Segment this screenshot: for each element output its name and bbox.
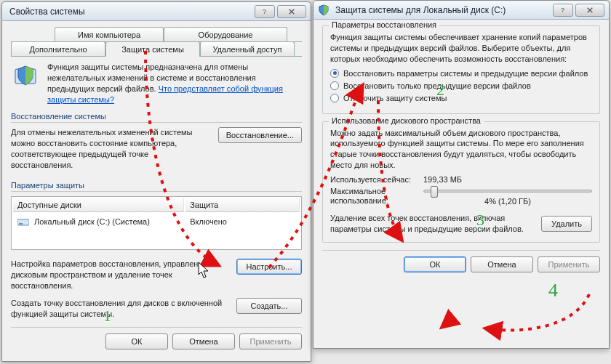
max-usage-label: Максимальное использование: [330,187,418,206]
intro-text: Функция защиты системы предназначена для… [47,62,302,105]
max-usage-slider[interactable] [423,190,592,193]
radio-disable-label: Отключить защиту системы [343,94,447,102]
help-button-2[interactable]: ? [553,4,573,17]
radio-restore-files-label: Восстановить только предыдущие версии фа… [343,81,531,90]
shield-icon [318,4,330,16]
window-title-2: Защита системы для Локальный диск (C:) [332,5,551,15]
radio-row-2[interactable]: Восстановить только предыдущие версии фа… [330,81,592,90]
system-properties-window: Свойства системы ? Имя компьютера Оборуд… [1,1,311,362]
radio-row-3[interactable]: Отключить защиту системы [330,94,592,102]
drive-name: Локальный диск (C:) (Система) [34,217,150,226]
shield-icon [11,62,40,91]
disk-usage-legend: Использование дискового пространства [329,116,484,125]
disk-usage-text: Можно задать максимальный объем дисковог… [330,128,592,171]
window-title: Свойства системы [7,7,252,17]
usage-value: 199,33 МБ [423,175,462,184]
max-usage-value: 4% (1,20 ГБ) [423,197,592,206]
create-button[interactable]: Создать... [236,298,302,314]
cancel-button[interactable]: Отмена [172,333,235,349]
radio-row-1[interactable]: Восстановить параметры системы и предыду… [330,69,592,78]
col-drives[interactable]: Доступные диски [13,198,184,212]
tab-hardware[interactable]: Оборудование [164,27,287,41]
disk-usage-group: Использование дискового пространства Мож… [322,121,600,243]
restore-group-title: Восстановление системы [11,112,302,121]
table-row[interactable]: Локальный диск (C:) (Система) Включено [13,214,300,230]
tab-system-protection[interactable]: Защита системы [105,41,200,57]
tab-strip: Имя компьютера Оборудование Дополнительн… [11,27,302,59]
svg-text:?: ? [263,8,266,15]
slider-thumb[interactable] [431,186,438,198]
tab-computer-name[interactable]: Имя компьютера [55,27,164,41]
apply-button-2[interactable]: Применить [538,256,600,272]
tab-remote[interactable]: Удаленный доступ [200,41,295,56]
titlebar-2: Защита системы для Локальный диск (C:) ? [314,1,609,20]
delete-button[interactable]: Удалить [541,216,592,232]
radio-restore-all-label: Восстановить параметры системы и предыду… [343,69,588,78]
system-protection-dialog: Защита системы для Локальный диск (C:) ?… [313,0,610,349]
radio-restore-all[interactable] [330,69,339,78]
drive-status: Включено [185,214,300,230]
usage-label: Используется сейчас: [330,175,418,184]
cancel-button-2[interactable]: Отмена [471,256,533,272]
create-description: Создать точку восстановления для дисков … [11,298,231,320]
col-protection[interactable]: Защита [185,198,300,212]
drive-icon [17,218,29,227]
configure-description: Настройка параметров восстановления, упр… [11,259,231,291]
restore-settings-text: Функция защиты системы обеспечивает хран… [330,32,592,65]
restore-description: Для отмены нежелательных изменений систе… [11,127,212,170]
delete-description: Удаление всех точек восстановления, вклю… [330,213,535,235]
tab-advanced[interactable]: Дополнительно [11,41,105,56]
radio-restore-files[interactable] [330,81,339,90]
restore-settings-legend: Параметры восстановления [329,20,439,29]
help-button[interactable]: ? [255,5,275,18]
close-button-2[interactable] [575,4,604,17]
apply-button[interactable]: Применить [239,333,302,349]
restore-settings-group: Параметры восстановления Функция защиты … [322,25,600,114]
ok-button[interactable]: ОК [105,333,168,349]
svg-rect-5 [19,223,23,225]
drive-table: Доступные диски Защита Локальный диск (C… [11,196,302,250]
protection-group-title: Параметры защиты [11,181,302,190]
titlebar: Свойства системы ? [2,2,311,21]
ok-button-2[interactable]: ОК [404,256,466,272]
close-button[interactable] [277,5,306,18]
configure-button[interactable]: Настроить... [236,259,302,275]
restore-button[interactable]: Восстановление... [218,127,302,143]
svg-text:?: ? [561,7,564,14]
radio-disable[interactable] [330,94,339,102]
